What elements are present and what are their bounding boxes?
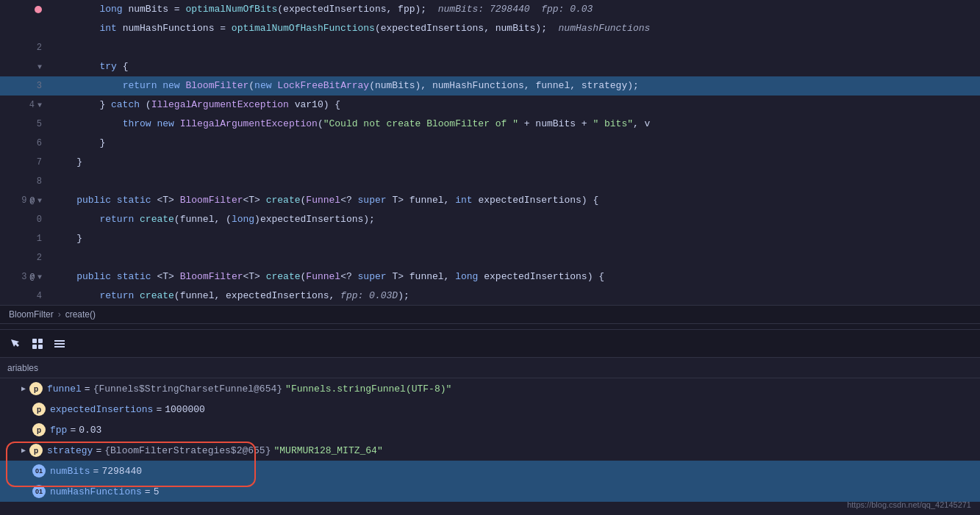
panel-header: ariables [0, 358, 980, 378]
line-number: 3 [15, 272, 26, 282]
var-value: 7298440 [101, 466, 142, 477]
code-content: } [48, 229, 980, 248]
var-value-str: "MURMUR128_MITZ_64" [273, 445, 382, 456]
code-line: 6 } [0, 134, 980, 153]
scrollbar[interactable] [0, 324, 980, 330]
list-button[interactable] [50, 334, 69, 353]
var-expand-icon[interactable]: ▶ [18, 446, 29, 455]
breakpoint-icon[interactable] [35, 6, 42, 13]
var-name: strategy [47, 445, 93, 456]
var-equals: = [145, 486, 151, 497]
code-content: long numBits = optimalNumOfBits(expected… [48, 0, 980, 19]
var-name: numHashFunctions [50, 486, 142, 497]
code-content: } [48, 153, 980, 172]
code-editor: long numBits = optimalNumOfBits(expected… [0, 0, 980, 305]
line-number: 0 [30, 215, 42, 225]
cursor-button[interactable] [6, 334, 25, 353]
line-number: 4 [30, 291, 42, 301]
variable-expected-insertions[interactable]: p expectedInsertions = 1000000 [0, 399, 980, 419]
var-value: 0.03 [79, 425, 101, 436]
var-value: {Funnels$StringCharsetFunnel@654} [93, 383, 282, 395]
svg-rect-5 [54, 343, 65, 345]
line-number: 2 [30, 253, 42, 263]
variable-fpp[interactable]: p fpp = 0.03 [0, 419, 980, 440]
fold-icon[interactable]: ▼ [37, 101, 42, 109]
code-content: return create(funnel, expectedInsertions… [48, 287, 980, 305]
var-badge: p [32, 403, 46, 416]
code-line: 8 [0, 172, 980, 191]
code-content: public static <T> BloomFilter<T> create(… [48, 267, 980, 287]
table-button[interactable] [28, 334, 47, 353]
line-gutter: 3 [0, 81, 48, 91]
fold-icon[interactable]: ▼ [37, 197, 42, 205]
breadcrumb: BloomFilter › create() [0, 305, 980, 324]
code-line: int numHashFunctions = optimalNumOfHashF… [0, 19, 980, 38]
line-gutter: 9 @ ▼ [0, 195, 48, 206]
var-name: funnel [47, 383, 82, 395]
code-line: ▼ try { [0, 57, 980, 76]
line-number: 2 [30, 43, 42, 53]
var-equals: = [93, 466, 99, 477]
var-equals: = [96, 445, 101, 456]
svg-rect-2 [32, 345, 37, 349]
breadcrumb-item-1[interactable]: BloomFilter [9, 309, 54, 320]
code-line: 7 } [0, 153, 980, 172]
var-badge: 01 [32, 464, 46, 478]
code-line: 9 @ ▼ public static <T> BloomFilter<T> c… [0, 191, 980, 210]
line-gutter: 2 [0, 253, 48, 263]
variable-numhashfunctions[interactable]: 01 numHashFunctions = 5 [0, 481, 980, 502]
debug-toolbar [0, 330, 980, 358]
line-gutter: 4 ▼ [0, 100, 48, 110]
line-number: 9 [15, 195, 26, 206]
svg-rect-1 [38, 339, 43, 343]
fold-icon[interactable]: ▼ [37, 273, 42, 281]
variable-strategy[interactable]: ▶ p strategy = {BloomFilterStrategies$2@… [0, 440, 980, 461]
line-gutter [0, 6, 48, 13]
code-lines: long numBits = optimalNumOfBits(expected… [0, 0, 980, 305]
code-content: } [48, 134, 980, 153]
var-name: fpp [50, 425, 67, 436]
line-gutter: 5 [0, 119, 48, 129]
var-name: expectedInsertions [50, 404, 153, 415]
code-content: } catch (IllegalArgumentException var10)… [48, 96, 980, 115]
var-badge: 01 [32, 485, 46, 498]
panel-title: ariables [7, 363, 38, 373]
line-gutter: 3 @ ▼ [0, 272, 48, 282]
variable-numbits[interactable]: 01 numBits = 7298440 [0, 461, 980, 481]
line-number: 7 [30, 157, 42, 168]
bottom-url: https://blog.csdn.net/qq_42145271 [847, 500, 971, 509]
breadcrumb-separator: › [58, 309, 61, 320]
variables-panel: ▶ p funnel = {Funnels$StringCharsetFunne… [0, 378, 980, 515]
bottom-panel: ariables ▶ p funnel = {Funnels$StringCha… [0, 330, 980, 515]
code-line: 2 [0, 248, 980, 267]
main-window: long numBits = optimalNumOfBits(expected… [0, 0, 980, 515]
at-icon: @ [29, 196, 35, 205]
var-equals: = [156, 404, 162, 415]
line-gutter: ▼ [0, 63, 48, 71]
var-name: numBits [50, 466, 90, 477]
code-line-highlighted: 3 return new BloomFilter(new LockFreeBit… [0, 76, 980, 96]
breadcrumb-item-2[interactable]: create() [65, 309, 96, 320]
code-line: 2 [0, 38, 980, 57]
var-value: 5 [154, 486, 160, 497]
svg-rect-3 [38, 345, 43, 349]
code-line: long numBits = optimalNumOfBits(expected… [0, 0, 980, 19]
code-line: 4 ▼ } catch (IllegalArgumentException va… [0, 96, 980, 115]
line-number: 6 [30, 138, 42, 148]
var-expand-icon[interactable]: ▶ [18, 384, 29, 393]
line-number: 8 [30, 176, 42, 187]
var-badge: p [29, 382, 43, 395]
code-content: try { [48, 57, 980, 76]
code-line: 0 return create(funnel, (long)expectedIn… [0, 210, 980, 229]
line-gutter: 8 [0, 176, 48, 187]
code-line: 3 @ ▼ public static <T> BloomFilter<T> c… [0, 267, 980, 287]
line-number: 4 [23, 100, 35, 110]
line-gutter: 2 [0, 43, 48, 53]
line-gutter: 6 [0, 138, 48, 148]
variable-funnel[interactable]: ▶ p funnel = {Funnels$StringCharsetFunne… [0, 378, 980, 399]
var-value: {BloomFilterStrategies$2@655} [104, 445, 271, 456]
line-gutter: 0 [0, 215, 48, 225]
fold-icon[interactable]: ▼ [37, 63, 42, 71]
var-equals: = [85, 383, 90, 395]
line-gutter: 4 [0, 291, 48, 301]
